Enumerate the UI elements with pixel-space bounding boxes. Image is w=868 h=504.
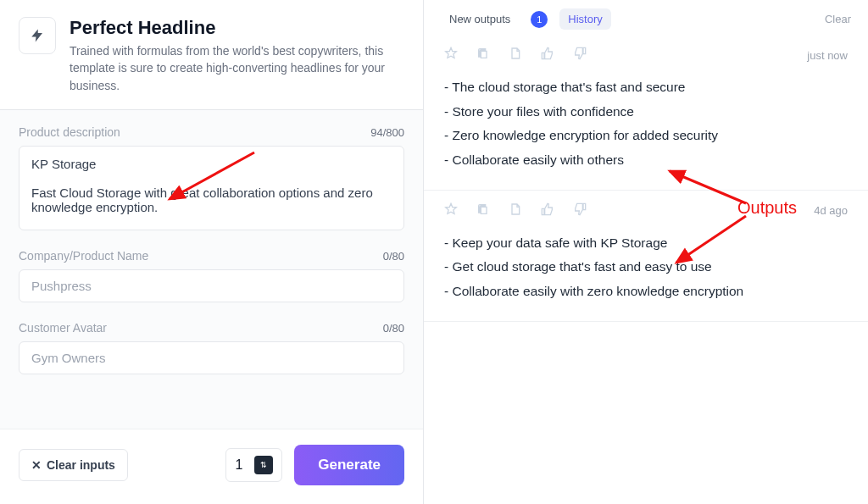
product-description-textarea[interactable]: KP Storage Fast Cloud Storage with great… xyxy=(19,146,404,230)
copy-icon[interactable] xyxy=(476,202,490,219)
output-timestamp: 4d ago xyxy=(814,204,848,217)
stepper-arrows-icon[interactable]: ⇅ xyxy=(254,456,273,474)
page-description: Trained with formulas from the world's b… xyxy=(70,42,404,94)
output-timestamp: just now xyxy=(807,49,848,62)
product-description-label: Product description xyxy=(19,125,120,139)
thumbs-up-icon[interactable] xyxy=(541,202,554,219)
output-tabs: New outputs 1 History Clear xyxy=(424,0,868,35)
quantity-stepper[interactable]: 1 ⇅ xyxy=(225,448,282,482)
left-panel: Perfect Headline Trained with formulas f… xyxy=(0,0,424,504)
output-line: - Collaborate easily with others xyxy=(444,148,848,173)
clear-outputs-button[interactable]: Clear xyxy=(825,13,851,25)
customer-avatar-label: Customer Avatar xyxy=(19,321,107,335)
output-line: - Get cloud storage that's fast and easy… xyxy=(444,255,848,280)
template-header: Perfect Headline Trained with formulas f… xyxy=(0,0,423,110)
output-line: - The cloud storage that's fast and secu… xyxy=(444,75,848,100)
output-line: - Store your files with confidence xyxy=(444,100,848,125)
output-card: just now- The cloud storage that's fast … xyxy=(424,35,868,191)
form-footer: ✕ Clear inputs 1 ⇅ Generate xyxy=(0,429,423,504)
generate-button[interactable]: Generate xyxy=(294,445,404,485)
output-line: - Keep your data safe with KP Storage xyxy=(444,231,848,256)
doc-icon[interactable] xyxy=(509,47,522,64)
clear-inputs-button[interactable]: ✕ Clear inputs xyxy=(19,449,128,481)
company-name-input[interactable] xyxy=(19,269,404,302)
form-area: Product description 94/800 KP Storage Fa… xyxy=(0,110,423,429)
new-outputs-badge: 1 xyxy=(531,11,548,28)
product-description-counter: 94/800 xyxy=(370,126,404,139)
page-title: Perfect Headline xyxy=(70,17,404,39)
customer-avatar-input[interactable] xyxy=(19,341,404,374)
x-icon: ✕ xyxy=(31,458,42,472)
output-line: - Collaborate easily with zero knowledge… xyxy=(444,280,848,304)
customer-avatar-counter: 0/80 xyxy=(383,322,404,335)
bolt-icon xyxy=(19,17,56,54)
right-panel: New outputs 1 History Clear just now- Th… xyxy=(424,0,868,504)
company-name-label: Company/Product Name xyxy=(19,249,148,263)
quantity-value: 1 xyxy=(235,457,242,473)
tab-history[interactable]: History xyxy=(559,8,610,30)
output-line: - Zero knowledge encryption for added se… xyxy=(444,124,848,148)
company-name-counter: 0/80 xyxy=(383,250,404,263)
tab-new-outputs[interactable]: New outputs xyxy=(441,8,519,30)
copy-icon[interactable] xyxy=(476,47,490,64)
output-card: 4d ago- Keep your data safe with KP Stor… xyxy=(424,191,868,322)
doc-icon[interactable] xyxy=(509,202,522,219)
star-icon[interactable] xyxy=(444,47,458,64)
clear-inputs-label: Clear inputs xyxy=(47,458,115,472)
thumbs-up-icon[interactable] xyxy=(541,47,554,64)
thumbs-down-icon[interactable] xyxy=(573,47,587,64)
thumbs-down-icon[interactable] xyxy=(573,202,587,219)
star-icon[interactable] xyxy=(444,202,458,219)
